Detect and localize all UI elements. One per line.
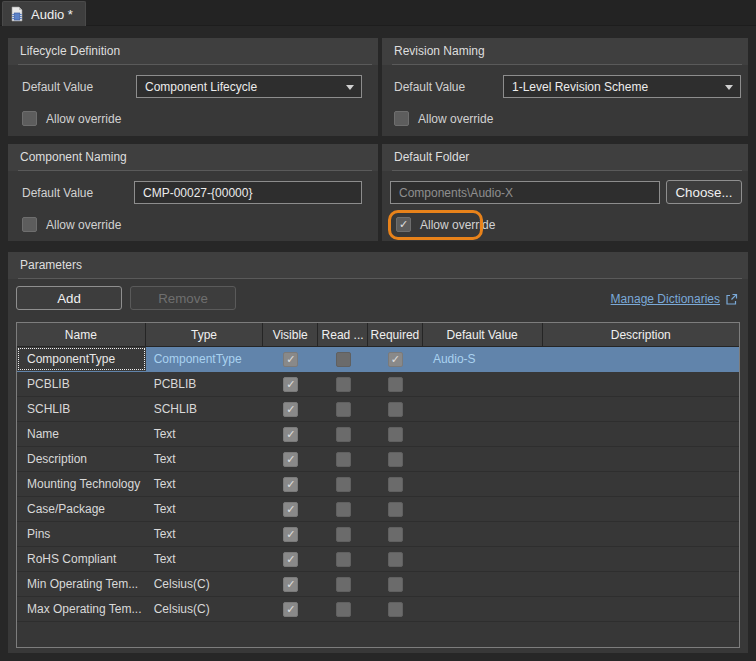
visible-checkbox[interactable] (283, 402, 298, 417)
required-checkbox-cell[interactable] (368, 597, 423, 621)
param-type-cell[interactable]: PCBLIB (146, 372, 264, 396)
read-only-checkbox-cell[interactable] (318, 422, 368, 446)
visible-checkbox[interactable] (283, 352, 298, 367)
param-default-value-cell[interactable] (423, 597, 543, 621)
param-type-cell[interactable]: Celsius(C) (146, 572, 264, 596)
remove-button[interactable]: Remove (130, 286, 236, 310)
required-checkbox-cell[interactable] (368, 447, 423, 471)
read-only-checkbox-cell[interactable] (318, 597, 368, 621)
required-checkbox-cell[interactable] (368, 397, 423, 421)
required-checkbox[interactable] (388, 527, 403, 542)
visible-checkbox-cell[interactable] (263, 347, 318, 371)
read-only-checkbox[interactable] (336, 552, 351, 567)
param-type-cell[interactable]: Celsius(C) (146, 597, 264, 621)
read-only-checkbox-cell[interactable] (318, 472, 368, 496)
read-only-checkbox[interactable] (336, 452, 351, 467)
param-default-value-cell[interactable] (423, 397, 543, 421)
column-header-visible[interactable]: Visible (263, 323, 318, 346)
param-description-cell[interactable] (543, 372, 739, 396)
column-header-default-value[interactable]: Default Value (423, 323, 543, 346)
column-header-type[interactable]: Type (146, 323, 264, 346)
read-only-checkbox-cell[interactable] (318, 447, 368, 471)
revision-default-value-select[interactable]: 1-Level Revision Scheme (503, 75, 741, 98)
read-only-checkbox[interactable] (336, 352, 351, 367)
param-default-value-cell[interactable] (423, 522, 543, 546)
visible-checkbox-cell[interactable] (263, 472, 318, 496)
param-name-cell[interactable]: Case/Package (17, 497, 146, 521)
required-checkbox-cell[interactable] (368, 372, 423, 396)
param-description-cell[interactable] (543, 572, 739, 596)
visible-checkbox[interactable] (283, 552, 298, 567)
read-only-checkbox[interactable] (336, 477, 351, 492)
add-button[interactable]: Add (16, 286, 122, 310)
param-description-cell[interactable] (543, 522, 739, 546)
required-checkbox-cell[interactable] (368, 497, 423, 521)
visible-checkbox-cell[interactable] (263, 497, 318, 521)
param-name-cell[interactable]: Min Operating Tem... (17, 572, 146, 596)
read-only-checkbox[interactable] (336, 602, 351, 617)
param-description-cell[interactable] (543, 547, 739, 571)
param-name-cell[interactable]: Name (17, 422, 146, 446)
choose-folder-button[interactable]: Choose... (666, 180, 742, 204)
read-only-checkbox-cell[interactable] (318, 397, 368, 421)
visible-checkbox[interactable] (283, 452, 298, 467)
visible-checkbox-cell[interactable] (263, 447, 318, 471)
visible-checkbox[interactable] (283, 427, 298, 442)
visible-checkbox[interactable] (283, 477, 298, 492)
required-checkbox-cell[interactable] (368, 572, 423, 596)
manage-dictionaries-link[interactable]: Manage Dictionaries (611, 292, 720, 306)
visible-checkbox-cell[interactable] (263, 422, 318, 446)
read-only-checkbox[interactable] (336, 527, 351, 542)
required-checkbox[interactable] (388, 352, 403, 367)
param-default-value-cell[interactable] (423, 472, 543, 496)
param-name-cell[interactable]: SCHLIB (17, 397, 146, 421)
visible-checkbox-cell[interactable] (263, 597, 318, 621)
required-checkbox[interactable] (388, 402, 403, 417)
required-checkbox[interactable] (388, 577, 403, 592)
read-only-checkbox-cell[interactable] (318, 347, 368, 371)
component-naming-allow-override-checkbox[interactable] (22, 217, 37, 232)
visible-checkbox[interactable] (283, 377, 298, 392)
read-only-checkbox[interactable] (336, 402, 351, 417)
param-default-value-cell[interactable] (423, 572, 543, 596)
default-folder-input[interactable]: Components\Audio-X (390, 181, 660, 204)
lifecycle-default-value-select[interactable]: Component Lifecycle (136, 75, 362, 98)
param-description-cell[interactable] (543, 472, 739, 496)
read-only-checkbox-cell[interactable] (318, 372, 368, 396)
param-type-cell[interactable]: Text (146, 497, 264, 521)
param-type-cell[interactable]: Text (146, 472, 264, 496)
param-default-value-cell[interactable] (423, 547, 543, 571)
table-row[interactable]: Case/PackageText (17, 497, 739, 522)
visible-checkbox-cell[interactable] (263, 397, 318, 421)
default-folder-allow-override-checkbox[interactable] (396, 217, 411, 232)
required-checkbox-cell[interactable] (368, 522, 423, 546)
table-row[interactable]: PCBLIBPCBLIB (17, 372, 739, 397)
param-description-cell[interactable] (543, 447, 739, 471)
required-checkbox-cell[interactable] (368, 347, 423, 371)
component-naming-input[interactable]: CMP-00027-{00000} (134, 181, 362, 204)
read-only-checkbox-cell[interactable] (318, 572, 368, 596)
table-row[interactable]: Max Operating Tem...Celsius(C) (17, 597, 739, 622)
param-type-cell[interactable]: ComponentType (146, 347, 264, 371)
param-description-cell[interactable] (543, 497, 739, 521)
table-row[interactable]: NameText (17, 422, 739, 447)
required-checkbox[interactable] (388, 502, 403, 517)
param-name-cell[interactable]: Mounting Technology (17, 472, 146, 496)
table-row[interactable]: PinsText (17, 522, 739, 547)
column-header-name[interactable]: Name (17, 323, 146, 346)
param-type-cell[interactable]: Text (146, 447, 264, 471)
param-default-value-cell[interactable] (423, 372, 543, 396)
table-row[interactable]: Mounting TechnologyText (17, 472, 739, 497)
table-row[interactable]: RoHS CompliantText (17, 547, 739, 572)
param-name-cell[interactable]: Pins (17, 522, 146, 546)
required-checkbox[interactable] (388, 427, 403, 442)
visible-checkbox-cell[interactable] (263, 522, 318, 546)
visible-checkbox[interactable] (283, 602, 298, 617)
table-row[interactable]: DescriptionText (17, 447, 739, 472)
required-checkbox[interactable] (388, 452, 403, 467)
visible-checkbox[interactable] (283, 502, 298, 517)
visible-checkbox-cell[interactable] (263, 547, 318, 571)
visible-checkbox-cell[interactable] (263, 572, 318, 596)
table-row[interactable]: ComponentTypeComponentTypeAudio-S (17, 347, 739, 372)
read-only-checkbox-cell[interactable] (318, 547, 368, 571)
